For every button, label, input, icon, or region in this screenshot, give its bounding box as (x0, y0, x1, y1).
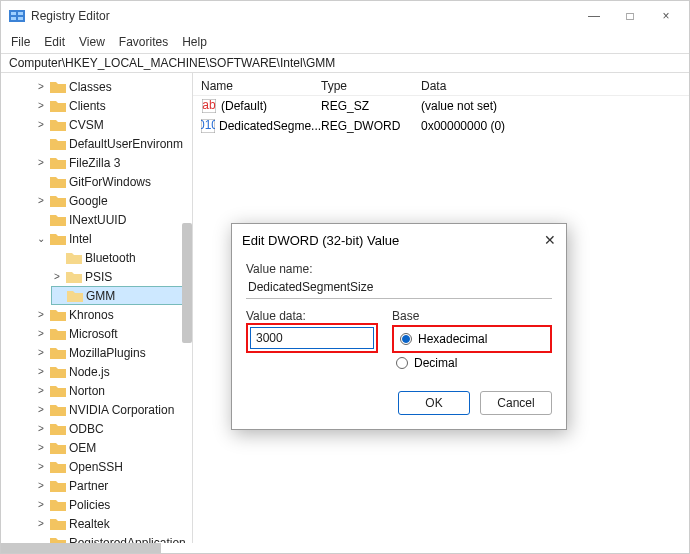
address-bar[interactable]: Computer\HKEY_LOCAL_MACHINE\SOFTWARE\Int… (1, 53, 689, 73)
value-data-input[interactable] (250, 327, 374, 349)
chevron-icon[interactable]: > (35, 385, 47, 396)
tree-item-intel[interactable]: ⌄ Intel (35, 229, 192, 248)
maximize-button[interactable]: □ (621, 9, 639, 23)
chevron-icon[interactable]: > (51, 271, 63, 282)
menu-view[interactable]: View (79, 35, 105, 49)
tree-label: OpenSSH (69, 460, 127, 474)
radio-label: Decimal (414, 356, 457, 370)
tree-item[interactable]: >OpenSSH (35, 457, 192, 476)
column-type[interactable]: Type (321, 79, 421, 93)
chevron-icon[interactable]: > (35, 499, 47, 510)
tree-item[interactable]: >Policies (35, 495, 192, 514)
horizontal-scrollbar[interactable] (1, 543, 161, 553)
tree-item[interactable]: >Node.js (35, 362, 192, 381)
folder-icon (50, 498, 66, 512)
tree-item[interactable]: DefaultUserEnvironm (35, 134, 192, 153)
tree-item[interactable]: >Google (35, 191, 192, 210)
dialog-title: Edit DWORD (32-bit) Value (242, 233, 544, 248)
titlebar: Registry Editor — □ × (1, 1, 689, 31)
tree-item[interactable]: >Khronos (35, 305, 192, 324)
chevron-icon[interactable]: > (35, 195, 47, 206)
chevron-icon[interactable]: > (35, 119, 47, 130)
list-header: Name Type Data (193, 77, 689, 96)
folder-icon (50, 194, 66, 208)
tree-label: GitForWindows (69, 175, 155, 189)
tree-label: FileZilla 3 (69, 156, 124, 170)
tree-item[interactable]: GMM (51, 286, 192, 305)
svg-rect-0 (9, 10, 25, 22)
chevron-icon[interactable]: > (35, 480, 47, 491)
tree-item[interactable]: >OEM (35, 438, 192, 457)
chevron-icon[interactable]: > (35, 404, 47, 415)
ok-button[interactable]: OK (398, 391, 470, 415)
svg-text:010: 010 (201, 119, 215, 132)
tree-item[interactable]: >Partner (35, 476, 192, 495)
dialog-close-button[interactable]: ✕ (544, 232, 556, 248)
tree-item[interactable]: >MozillaPlugins (35, 343, 192, 362)
folder-icon (50, 346, 66, 360)
menu-favorites[interactable]: Favorites (119, 35, 168, 49)
chevron-icon[interactable]: > (35, 423, 47, 434)
tree-item[interactable]: >Microsoft (35, 324, 192, 343)
vertical-scrollbar[interactable] (182, 223, 192, 343)
close-button[interactable]: × (657, 9, 675, 23)
chevron-icon[interactable]: > (35, 157, 47, 168)
registry-value-row[interactable]: ab(Default)REG_SZ(value not set) (193, 96, 689, 116)
radio-decimal[interactable]: Decimal (392, 353, 552, 373)
folder-icon (50, 137, 66, 151)
tree-label: Bluetooth (85, 251, 140, 265)
value-type: REG_DWORD (321, 119, 421, 133)
chevron-icon[interactable]: > (35, 100, 47, 111)
chevron-icon[interactable]: > (35, 328, 47, 339)
tree-item[interactable]: GitForWindows (35, 172, 192, 191)
tree-label: MozillaPlugins (69, 346, 150, 360)
radio-label: Hexadecimal (418, 332, 487, 346)
radio-icon (396, 357, 408, 369)
registry-value-row[interactable]: 010DedicatedSegme...REG_DWORD0x00000000 … (193, 116, 689, 136)
tree-item[interactable]: >PSIS (51, 267, 192, 286)
chevron-icon[interactable]: > (35, 461, 47, 472)
minimize-button[interactable]: — (585, 9, 603, 23)
tree-item[interactable]: >NVIDIA Corporation (35, 400, 192, 419)
folder-icon (50, 479, 66, 493)
menu-file[interactable]: File (11, 35, 30, 49)
column-name[interactable]: Name (201, 79, 321, 93)
menu-edit[interactable]: Edit (44, 35, 65, 49)
radio-hexadecimal[interactable]: Hexadecimal (396, 329, 548, 349)
chevron-down-icon[interactable]: ⌄ (35, 233, 47, 244)
value-type: REG_SZ (321, 99, 421, 113)
tree-label: ODBC (69, 422, 108, 436)
tree-label: Clients (69, 99, 110, 113)
tree-item[interactable]: >Clients (35, 96, 192, 115)
menu-help[interactable]: Help (182, 35, 207, 49)
chevron-icon[interactable]: > (35, 442, 47, 453)
tree-item[interactable]: RegisteredApplication (35, 533, 192, 543)
tree-item[interactable]: >Norton (35, 381, 192, 400)
tree-item[interactable]: Bluetooth (51, 248, 192, 267)
tree-item[interactable]: INextUUID (35, 210, 192, 229)
tree-item[interactable]: >ODBC (35, 419, 192, 438)
svg-rect-3 (11, 17, 16, 20)
tree-label: GMM (86, 289, 119, 303)
radio-icon (400, 333, 412, 345)
tree-item[interactable]: >Classes (35, 77, 192, 96)
chevron-icon[interactable]: > (35, 347, 47, 358)
value-name: (Default) (221, 99, 267, 113)
folder-icon (50, 156, 66, 170)
cancel-button[interactable]: Cancel (480, 391, 552, 415)
tree-pane: >Classes>Clients>CVSMDefaultUserEnvironm… (1, 73, 193, 543)
value-data: 0x00000000 (0) (421, 119, 681, 133)
column-data[interactable]: Data (421, 79, 681, 93)
tree-item[interactable]: >Realtek (35, 514, 192, 533)
chevron-icon[interactable]: > (35, 309, 47, 320)
tree-item[interactable]: >CVSM (35, 115, 192, 134)
chevron-icon[interactable]: > (35, 366, 47, 377)
value-name-field[interactable]: DedicatedSegmentSize (246, 276, 552, 299)
tree-label: Partner (69, 479, 112, 493)
tree-label: INextUUID (69, 213, 130, 227)
folder-icon (50, 118, 66, 132)
chevron-icon[interactable]: > (35, 518, 47, 529)
chevron-icon[interactable]: > (35, 81, 47, 92)
tree-item[interactable]: >FileZilla 3 (35, 153, 192, 172)
folder-icon (50, 403, 66, 417)
